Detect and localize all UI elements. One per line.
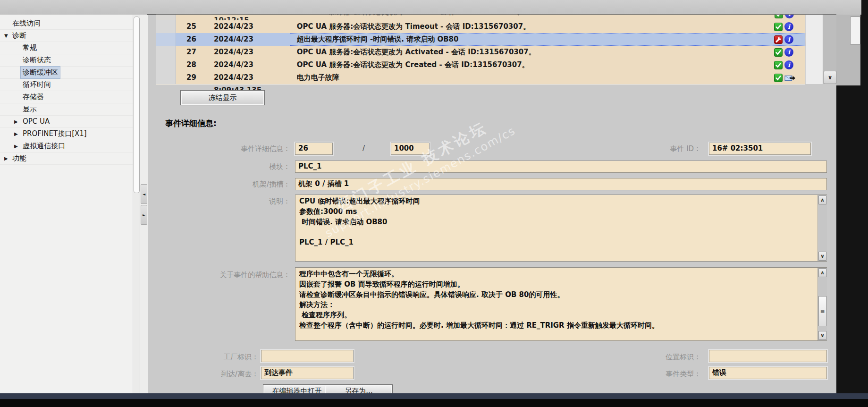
row-timestamp: 2024/4/23 8:09:43.135 bbox=[208, 71, 291, 84]
module-label: 模块 : bbox=[156, 162, 288, 171]
scroll-up-button[interactable]: ∧ bbox=[818, 268, 826, 277]
row-number: 25 bbox=[176, 20, 208, 33]
row-message: OPC UA 服务器:会话状态更改为 Created - 会话 ID:13156… bbox=[291, 59, 773, 71]
row-timestamp: 2024/4/23 10:12:15 bbox=[208, 15, 291, 20]
top-right-dark-corner bbox=[861, 0, 868, 15]
scroll-up-button[interactable]: ∧ bbox=[818, 195, 826, 204]
sidebar-item-display[interactable]: 显示 bbox=[0, 103, 140, 116]
row-select-cell bbox=[156, 59, 176, 71]
green-check-icon bbox=[774, 74, 783, 82]
row-number: 24 bbox=[176, 15, 208, 20]
event-id-field[interactable]: 16# 02:3501 bbox=[709, 143, 811, 155]
table-row[interactable]: 27 2024/4/23 10:05:51.869 OPC UA 服务器:会话状… bbox=[156, 46, 805, 59]
tree-collapsed-icon[interactable]: ▶ bbox=[14, 140, 18, 152]
row-number: 29 bbox=[176, 71, 208, 84]
row-message: OPC UA 服务器:会话状态更改为 Activated - 会话 ID:131… bbox=[291, 46, 773, 59]
top-toolbar-strip bbox=[0, 0, 861, 15]
sidebar-item-memory[interactable]: 存储器 bbox=[0, 91, 140, 103]
sidebar-scrollbar-thumb[interactable] bbox=[134, 17, 140, 193]
incoming-outgoing-label: 到达/离去 : bbox=[156, 370, 256, 379]
table-row[interactable]: 28 2024/4/23 10:05:51.847 OPC UA 服务器:会话状… bbox=[156, 59, 805, 72]
row-select-cell bbox=[156, 15, 176, 20]
table-row[interactable]: 29 2024/4/23 8:09:43.135 电力电子故障 bbox=[156, 71, 805, 85]
row-timestamp: 2024/4/23 10:05:51.847 bbox=[208, 59, 291, 71]
row-timestamp: 2024/4/23 10:05:51.869 bbox=[208, 46, 291, 59]
row-timestamp: 2024/4/23 10:05:57.139 bbox=[208, 33, 291, 46]
row-select-cell bbox=[156, 71, 176, 84]
description-label: 说明 : bbox=[156, 197, 288, 206]
module-field[interactable]: PLC_1 bbox=[295, 161, 827, 173]
event-number-label: 事件详细信息 : bbox=[156, 144, 288, 153]
event-type-field[interactable]: 错误 bbox=[709, 367, 827, 379]
envelope-arrow-icon bbox=[784, 74, 796, 82]
sidebar-item-diag-status[interactable]: 诊断状态 bbox=[0, 54, 140, 67]
event-number-field[interactable]: 26 bbox=[295, 143, 333, 155]
tree-collapsed-icon[interactable]: ▶ bbox=[4, 153, 8, 164]
tree-expanded-icon[interactable]: ▼ bbox=[4, 30, 8, 42]
splitter-expand-right-handle[interactable]: ► bbox=[141, 205, 147, 225]
blue-info-icon: i bbox=[784, 22, 793, 31]
bottom-black-bar bbox=[0, 399, 868, 407]
event-id-label: 事件 ID : bbox=[628, 144, 699, 153]
row-message: OPC UA 服务器:会话状态更改为 Closed - 会话 ID:131567… bbox=[291, 15, 774, 20]
sidebar-item-virtual-comm[interactable]: ▶虚拟通信接口 bbox=[0, 140, 140, 153]
sidebar-item-diag-buffer[interactable]: 诊断缓冲区 bbox=[0, 67, 140, 79]
tree-collapsed-icon[interactable]: ▶ bbox=[14, 116, 18, 127]
chevron-left-icon: ◄ bbox=[143, 192, 145, 196]
chevron-down-icon: ∨ bbox=[828, 74, 833, 81]
sidebar-item-cycle-time[interactable]: 循环时间 bbox=[0, 79, 140, 91]
rack-slot-field[interactable]: 机架 0 / 插槽 1 bbox=[295, 178, 827, 190]
right-scrollbar-thumb[interactable] bbox=[850, 17, 860, 45]
row-number: 28 bbox=[176, 59, 208, 71]
scroll-down-button[interactable]: ∨ bbox=[818, 331, 826, 340]
sidebar-item-profinet-x1[interactable]: ▶PROFINET接口[X1] bbox=[0, 128, 140, 140]
sidebar-item-online-access[interactable]: 在线访问 bbox=[0, 17, 140, 30]
green-check-icon bbox=[775, 15, 783, 18]
event-details-section-title: 事件详细信息: bbox=[165, 118, 217, 129]
green-check-icon bbox=[774, 23, 783, 31]
sidebar-item-diagnostics[interactable]: ▼诊断 bbox=[0, 30, 140, 42]
table-extra-column bbox=[805, 15, 823, 84]
chevron-right-icon: ► bbox=[143, 213, 145, 217]
event-type-label: 事件类型 : bbox=[604, 370, 699, 379]
blue-info-icon: i bbox=[784, 48, 793, 57]
blue-info-icon: i bbox=[784, 35, 793, 44]
green-check-icon bbox=[774, 48, 783, 57]
incoming-outgoing-field[interactable]: 到达事件 bbox=[261, 367, 354, 379]
plant-designation-field[interactable] bbox=[261, 350, 354, 362]
tree-collapsed-icon[interactable]: ▶ bbox=[14, 128, 18, 140]
event-total-field[interactable]: 1000 bbox=[391, 143, 430, 155]
scroll-down-button[interactable]: ∨ bbox=[818, 252, 826, 261]
bottom-statusbar-edge bbox=[0, 393, 868, 399]
description-scrollbar-track[interactable]: ∧ ∨ bbox=[817, 195, 827, 261]
diagnostics-nav-sidebar: 在线访问 ▼诊断 常规 诊断状态 诊断缓冲区 循环时间 存储器 显示 ▶OPC … bbox=[0, 15, 140, 407]
location-id-field[interactable] bbox=[709, 350, 827, 362]
row-select-cell bbox=[156, 46, 176, 59]
diagnostics-buffer-screen: 在线访问 ▼诊断 常规 诊断状态 诊断缓冲区 循环时间 存储器 显示 ▶OPC … bbox=[0, 0, 868, 407]
rack-slot-label: 机架/插槽 : bbox=[156, 180, 288, 189]
sidebar-item-general[interactable]: 常规 bbox=[0, 42, 140, 54]
freeze-display-button[interactable]: 冻结显示 bbox=[180, 90, 265, 105]
green-check-icon bbox=[774, 61, 783, 69]
scrollbar-thumb[interactable]: ≡ bbox=[818, 296, 826, 326]
blue-info-icon: i bbox=[784, 60, 793, 69]
row-number: 26 bbox=[176, 33, 208, 46]
table-scroll-down-button[interactable]: ∨ bbox=[824, 71, 836, 84]
help-scrollbar-track[interactable]: ∧ ≡ ∨ bbox=[817, 268, 827, 340]
sidebar-item-opc-ua[interactable]: ▶OPC UA bbox=[0, 116, 140, 128]
row-number: 27 bbox=[176, 46, 208, 59]
row-message: 超出最大程序循环时间 -时间错误. 请求启动 OB80 bbox=[291, 33, 773, 46]
row-message: 电力电子故障 bbox=[291, 71, 773, 84]
table-row-selected[interactable]: 26 2024/4/23 10:05:57.139 超出最大程序循环时间 -时间… bbox=[156, 33, 805, 46]
help-info-textarea[interactable]: 程序中中包含有一个无限循环。 因嵌套了报警 OB 而导致循环程序的运行时间增加。… bbox=[295, 267, 827, 341]
sidebar-item-functions[interactable]: ▶功能 bbox=[0, 153, 140, 165]
location-id-label: 位置标识 : bbox=[604, 353, 699, 362]
row-timestamp: 2024/4/23 10:12:15.231 bbox=[208, 20, 291, 33]
splitter-collapse-left-handle[interactable]: ◄ bbox=[141, 184, 147, 204]
grip-icon: ≡ bbox=[820, 308, 825, 314]
row-message: OPC UA 服务器:会话状态更改为 Timeout - 会话 ID:13156… bbox=[291, 20, 773, 33]
event-number-separator: / bbox=[362, 144, 365, 153]
red-wrench-icon bbox=[774, 35, 783, 44]
description-textarea[interactable]: CPU 临时错误:超出最大程序循环时间 参数值:3000 ms 时间错误. 请求… bbox=[295, 195, 827, 262]
table-row[interactable]: 25 2024/4/23 10:12:15.231 OPC UA 服务器:会话状… bbox=[156, 20, 805, 34]
